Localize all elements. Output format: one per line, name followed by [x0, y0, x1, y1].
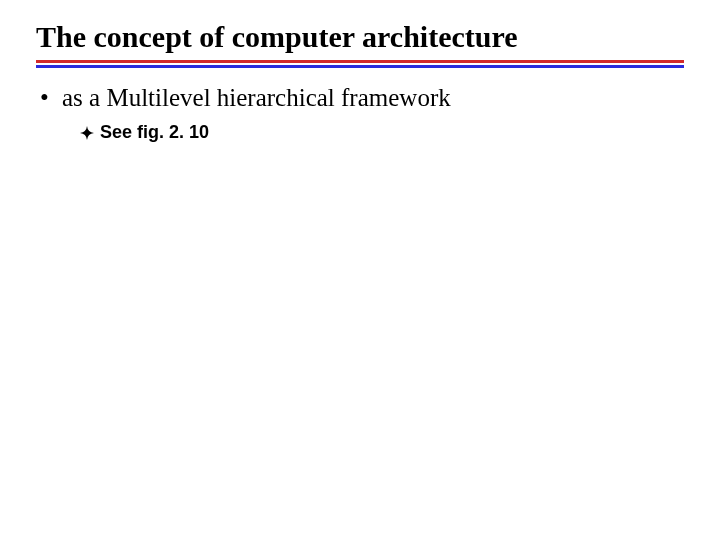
slide: The concept of computer architecture • a…: [0, 0, 720, 540]
slide-body: • as a Multilevel hierarchical framework…: [36, 84, 684, 143]
bullet-marker: •: [40, 84, 62, 112]
four-point-diamond-icon: [80, 126, 94, 140]
bullet-level-2: See fig. 2. 10: [80, 122, 684, 143]
bullet-level-2-text: See fig. 2. 10: [100, 122, 209, 143]
rule-red: [36, 60, 684, 63]
title-underline: [36, 60, 684, 68]
bullet-level-1-text: as a Multilevel hierarchical framework: [62, 84, 451, 112]
rule-blue: [36, 65, 684, 68]
bullet-level-1: • as a Multilevel hierarchical framework: [40, 84, 684, 112]
slide-title: The concept of computer architecture: [36, 20, 684, 58]
